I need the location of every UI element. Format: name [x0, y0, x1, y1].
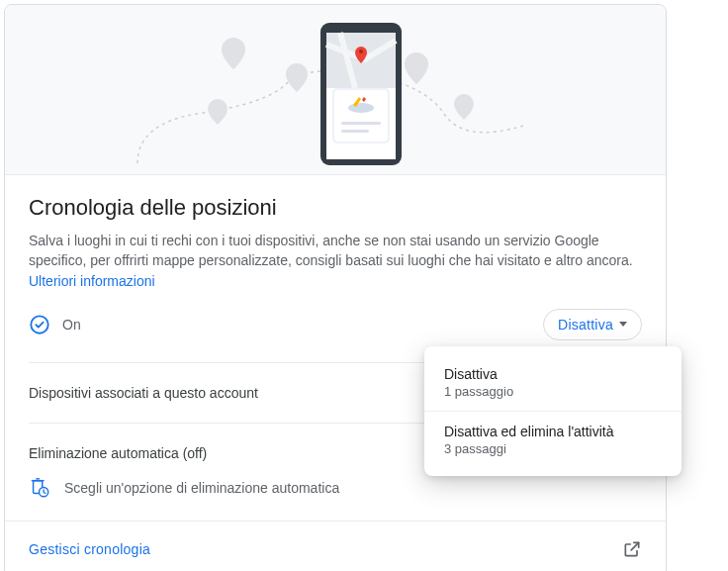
dropdown-item-subtitle: 1 passaggio: [444, 384, 662, 399]
svg-point-3: [359, 49, 363, 53]
svg-rect-6: [334, 90, 388, 142]
deactivate-dropdown: Disattiva 1 passaggio Disattiva ed elimi…: [424, 346, 682, 476]
check-circle-icon: [29, 314, 50, 335]
deactivate-button[interactable]: Disattiva: [543, 309, 642, 340]
deactivate-button-label: Disattiva: [558, 317, 613, 333]
card-footer: Gestisci cronologia: [5, 521, 666, 571]
dropdown-item-subtitle: 3 passaggi: [444, 441, 662, 456]
status-row: On Disattiva Disattiva 1 passaggio Disat…: [29, 309, 642, 362]
manage-history-link[interactable]: Gestisci cronologia: [29, 541, 150, 557]
description: Salva i luoghi in cui ti rechi con i tuo…: [29, 231, 642, 291]
open-in-new-icon[interactable]: [622, 539, 642, 559]
chevron-down-icon: [619, 322, 627, 327]
svg-rect-8: [341, 122, 381, 125]
svg-point-7: [348, 103, 374, 113]
location-history-card: Cronologia delle posizioni Salva i luogh…: [4, 4, 667, 571]
more-info-link[interactable]: Ulteriori informazioni: [29, 273, 155, 289]
dropdown-item-label: Disattiva ed elimina l'attività: [444, 424, 662, 439]
card-content: Cronologia delle posizioni Salva i luogh…: [5, 175, 666, 521]
svg-rect-9: [341, 130, 369, 133]
status-left: On: [29, 314, 81, 335]
hero-illustration: [5, 5, 666, 175]
auto-delete-icon: [29, 477, 50, 499]
dropdown-item-deactivate-and-delete[interactable]: Disattiva ed elimina l'attività 3 passag…: [424, 411, 682, 468]
illustration-svg: [108, 5, 563, 175]
auto-delete-option-row[interactable]: Scegli un'opzione di eliminazione automa…: [29, 477, 642, 499]
auto-delete-option-label: Scegli un'opzione di eliminazione automa…: [64, 480, 339, 496]
page-title: Cronologia delle posizioni: [29, 195, 642, 221]
description-text: Salva i luoghi in cui ti rechi con i tuo…: [29, 233, 633, 268]
dropdown-item-label: Disattiva: [444, 366, 662, 382]
status-text: On: [62, 317, 81, 333]
dropdown-item-deactivate[interactable]: Disattiva 1 passaggio: [424, 354, 682, 411]
